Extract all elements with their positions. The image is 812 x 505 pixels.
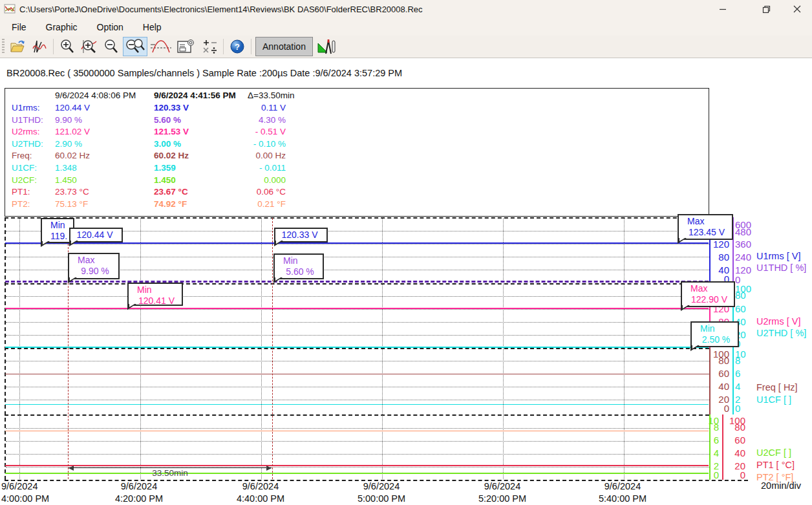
measurement-row: PT2:75.13 °F74.92 °F0.21 °F <box>5 199 286 209</box>
chart-top-border <box>5 217 709 219</box>
zoom-window-button[interactable] <box>79 37 100 56</box>
zoom-fit-button[interactable] <box>123 37 147 56</box>
menu-file[interactable]: File <box>4 19 34 35</box>
measurement-row: Freq:60.02 Hz60.02 Hz0.00 Hz <box>5 151 286 160</box>
delta-value: - 0.51 V <box>248 127 286 136</box>
cursor1-value: 121.02 V <box>55 127 154 136</box>
zoom-in-icon <box>59 39 75 54</box>
axis-tick: 40 <box>700 381 729 391</box>
axis-tick: 10 <box>735 349 746 359</box>
file-info-line: BR20008.Rec ( 35000000 Samples/channels … <box>6 68 402 78</box>
cursor1-value: 2.90 % <box>55 139 154 149</box>
channel-axis-label: U1CF [ ] <box>756 394 791 405</box>
annotation-tool-button[interactable] <box>315 37 339 56</box>
help-button[interactable]: ? <box>227 37 248 56</box>
band-separator <box>5 414 709 416</box>
axis-tick: 80 <box>700 252 729 262</box>
series-line-u1rms <box>5 242 709 244</box>
channel-label: U2CF: <box>5 175 55 185</box>
callout-tail-fill <box>43 241 49 244</box>
axis-tick: 6 <box>735 369 740 378</box>
v-gridline <box>140 219 141 479</box>
waveform-button[interactable] <box>29 37 50 56</box>
callout-tail <box>274 241 283 246</box>
axis-tick: 80 <box>700 356 729 365</box>
annotation-callout[interactable]: Max9.90 % <box>68 253 120 279</box>
axis-tick: 600 <box>735 220 751 230</box>
axis-line <box>732 217 734 283</box>
annotation-callout[interactable]: Min2.50 % <box>690 321 739 347</box>
callout-minmax: Max <box>679 216 729 227</box>
delta-value: 0.00 Hz <box>248 151 286 160</box>
menu-help[interactable]: Help <box>135 19 169 35</box>
zoom-in-button[interactable] <box>57 37 78 56</box>
annotation-callout[interactable]: Min5.60 % <box>273 253 324 279</box>
open-button[interactable] <box>7 37 28 56</box>
cursor-line[interactable] <box>68 218 69 479</box>
toolbar-separator <box>53 39 54 54</box>
channel-label: PT1: <box>5 187 55 197</box>
h-gridline <box>6 309 709 310</box>
v-gridline <box>503 219 504 479</box>
annotation-toggle-button[interactable]: Annotation <box>255 37 313 56</box>
cursor2-value: 1.359 <box>154 163 248 173</box>
h-gridline <box>6 270 709 270</box>
axis-tick: 60 <box>700 369 729 378</box>
series-line-freq <box>5 374 709 374</box>
x-axis-date: 9/6/2024 <box>1 481 37 491</box>
x-axis-date: 9/6/2024 <box>604 481 641 491</box>
callout-tail <box>68 277 77 283</box>
callout-tail-fill <box>70 277 76 281</box>
chart-bottom-border <box>5 480 748 481</box>
annotation-callout[interactable]: Min120.41 V <box>127 283 183 306</box>
annotation-callout[interactable]: 120.44 V <box>69 228 123 242</box>
v-gridline <box>624 219 625 479</box>
annotation-callout[interactable]: Max123.45 V <box>678 214 733 240</box>
col1-header: 9/6/2024 4:08:06 PM <box>55 91 136 100</box>
cursor-line[interactable] <box>272 218 273 479</box>
zoom-out-button[interactable] <box>101 37 122 56</box>
annotation-callout[interactable]: Min119. <box>41 218 74 243</box>
math-operations-button[interactable] <box>199 37 220 56</box>
callout-tail-fill <box>276 240 283 244</box>
x-div-label: 20min/div <box>761 480 801 491</box>
h-gridline <box>6 387 709 387</box>
cursor1-value: 9.90 % <box>55 115 154 125</box>
axis-tick: 20 <box>735 330 746 339</box>
minimize-button[interactable] <box>708 0 738 18</box>
axis-tick: 80 <box>735 290 746 300</box>
callout-value: 122.90 V <box>682 294 731 305</box>
axis-tick: 10 <box>689 416 719 425</box>
toolbar-separator <box>223 39 224 54</box>
axis-tick: 80 <box>700 317 729 327</box>
span-arrow-line <box>69 467 272 468</box>
callout-tail-fill <box>71 240 78 244</box>
report-settings-button[interactable] <box>175 37 198 56</box>
toolbar-separator <box>251 39 251 54</box>
menu-option[interactable]: Option <box>89 19 131 35</box>
callout-value: 2.50 % <box>692 334 735 345</box>
callout-minmax: Min <box>129 285 179 295</box>
axis-line <box>732 283 734 348</box>
application-window: C:\Users\PorteJ\OneDrive\Documents\Elect… <box>0 0 812 505</box>
callout-minmax: Min <box>692 323 735 334</box>
span-label: 33.50min <box>152 468 188 478</box>
callout-value: 123.45 V <box>679 227 729 238</box>
help-icon: ? <box>230 39 245 54</box>
delta-header: Δ=33.50min <box>248 91 294 100</box>
threshold-curve-button[interactable] <box>149 37 173 56</box>
menu-graphic[interactable]: Graphic <box>38 19 85 35</box>
annotation-callout[interactable]: Max122.90 V <box>681 281 735 307</box>
delta-value: 0.000 <box>248 175 286 185</box>
annotation-callout[interactable]: 120.33 V <box>274 228 328 242</box>
callout-tail <box>69 241 78 246</box>
x-axis-time: 5:40:00 PM <box>599 493 646 504</box>
x-axis-date: 9/6/2024 <box>484 481 520 491</box>
callout-minmax: Max <box>69 255 116 266</box>
axis-line <box>709 283 710 348</box>
callout-tail-fill <box>129 303 136 307</box>
cursor1-value: 60.02 Hz <box>55 151 154 160</box>
close-button[interactable] <box>782 0 812 18</box>
axis-line <box>709 414 710 480</box>
restore-button[interactable] <box>751 0 781 18</box>
